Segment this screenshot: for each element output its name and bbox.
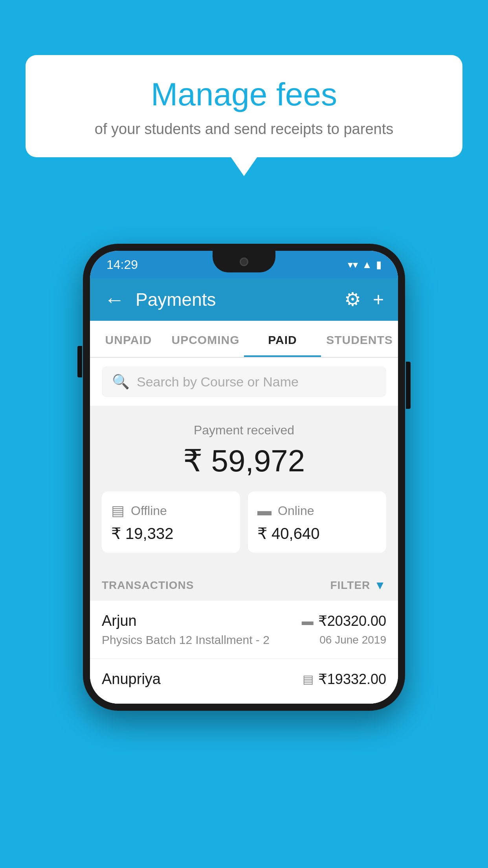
notch	[213, 251, 275, 272]
filter-icon: ▼	[374, 579, 386, 592]
payment-cards: ▤ Offline ₹ 19,332 ▬ Online ₹ 40,640	[102, 491, 386, 553]
search-input-wrap[interactable]: 🔍 Search by Course or Name	[102, 366, 386, 397]
filter-label: FILTER	[330, 579, 370, 592]
header-icons: ⚙ +	[344, 290, 384, 309]
content-area: 🔍 Search by Course or Name Payment recei…	[90, 358, 398, 704]
tx-bottom: Physics Batch 12 Installment - 2 06 June…	[102, 633, 386, 647]
tx-amount: ₹20320.00	[318, 613, 386, 629]
back-button[interactable]: ←	[104, 289, 125, 310]
offline-card: ▤ Offline ₹ 19,332	[102, 491, 240, 553]
header-title: Payments	[136, 289, 344, 310]
tx-top: Anupriya ▤ ₹19332.00	[102, 671, 386, 688]
wifi-icon: ▾▾	[348, 259, 358, 271]
speech-bubble-section: Manage fees of your students and send re…	[26, 55, 462, 157]
tx-course: Physics Batch 12 Installment - 2	[102, 633, 270, 647]
status-time: 14:29	[106, 257, 138, 272]
phone-outer: 14:29 ▾▾ ▲ ▮ ← Payments ⚙ +	[83, 244, 405, 711]
payment-received-label: Payment received	[102, 423, 386, 438]
status-icons: ▾▾ ▲ ▮	[348, 259, 382, 271]
phone-mockup: 14:29 ▾▾ ▲ ▮ ← Payments ⚙ +	[83, 244, 405, 711]
tab-students[interactable]: STUDENTS	[321, 321, 398, 357]
payment-amount: ₹ 59,972	[102, 443, 386, 479]
tx-date: 06 June 2019	[319, 634, 386, 646]
battery-icon: ▮	[376, 259, 382, 271]
camera	[240, 257, 248, 266]
tabs: UNPAID UPCOMING PAID STUDENTS	[90, 321, 398, 358]
settings-icon[interactable]: ⚙	[344, 290, 361, 309]
payment-summary: Payment received ₹ 59,972 ▤ Offline ₹ 19…	[90, 406, 398, 565]
add-button[interactable]: +	[373, 290, 384, 309]
signal-icon: ▲	[362, 259, 372, 271]
online-icon: ▬	[257, 502, 272, 519]
tab-upcoming[interactable]: UPCOMING	[167, 321, 244, 357]
tx-type-icon: ▬	[302, 614, 314, 628]
transactions-header: TRANSACTIONS FILTER ▼	[90, 565, 398, 601]
online-label: Online	[278, 504, 314, 518]
tab-unpaid[interactable]: UNPAID	[90, 321, 167, 357]
tx-name: Anupriya	[102, 671, 161, 688]
search-icon: 🔍	[112, 373, 130, 390]
tx-amount-wrap: ▤ ₹19332.00	[303, 671, 386, 688]
online-card-top: ▬ Online	[257, 502, 377, 519]
tx-amount-wrap: ▬ ₹20320.00	[302, 613, 386, 629]
tab-paid[interactable]: PAID	[244, 321, 321, 357]
offline-amount: ₹ 19,332	[111, 524, 231, 542]
phone-inner: 14:29 ▾▾ ▲ ▮ ← Payments ⚙ +	[90, 251, 398, 704]
offline-card-top: ▤ Offline	[111, 502, 231, 519]
online-card: ▬ Online ₹ 40,640	[248, 491, 386, 553]
offline-label: Offline	[131, 504, 167, 518]
tx-top: Arjun ▬ ₹20320.00	[102, 612, 386, 629]
tx-name: Arjun	[102, 612, 137, 629]
bubble-title: Manage fees	[49, 77, 439, 112]
online-amount: ₹ 40,640	[257, 524, 377, 542]
speech-bubble: Manage fees of your students and send re…	[26, 55, 462, 157]
tx-type-icon: ▤	[303, 672, 314, 686]
app-header: ← Payments ⚙ +	[90, 278, 398, 321]
filter-button[interactable]: FILTER ▼	[330, 579, 386, 592]
tx-amount: ₹19332.00	[318, 671, 386, 688]
bubble-subtitle: of your students and send receipts to pa…	[49, 121, 439, 138]
transaction-row[interactable]: Arjun ▬ ₹20320.00 Physics Batch 12 Insta…	[90, 601, 398, 659]
transaction-row[interactable]: Anupriya ▤ ₹19332.00	[90, 659, 398, 704]
status-bar: 14:29 ▾▾ ▲ ▮	[90, 251, 398, 278]
search-input[interactable]: Search by Course or Name	[137, 374, 299, 390]
transactions-label: TRANSACTIONS	[102, 579, 194, 592]
search-bar: 🔍 Search by Course or Name	[90, 358, 398, 406]
offline-icon: ▤	[111, 502, 125, 519]
